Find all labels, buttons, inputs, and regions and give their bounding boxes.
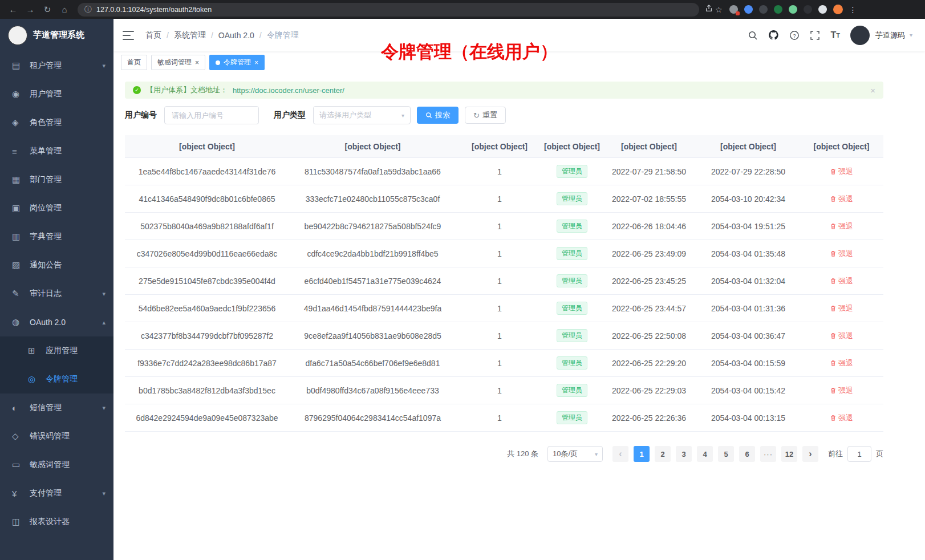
- page-number-button[interactable]: 2: [655, 446, 671, 462]
- force-logout-button[interactable]: 强退: [830, 413, 853, 423]
- page-number-button[interactable]: 3: [676, 446, 692, 462]
- user-menu-caret-icon[interactable]: ▾: [910, 32, 912, 38]
- page-number-button[interactable]: 6: [739, 446, 755, 462]
- page-number-button[interactable]: 12: [781, 446, 797, 462]
- tab-home[interactable]: 首页: [121, 55, 147, 70]
- force-logout-button[interactable]: 强退: [830, 167, 853, 177]
- sidebar-item-tenant[interactable]: ▤ 租户管理 ▾: [0, 51, 113, 80]
- table-row: 54d6be82ee5a460a9aedc1f9bf223656 49d1aa4…: [125, 295, 883, 322]
- browser-profile-avatar[interactable]: [833, 5, 843, 14]
- bookmark-star-icon[interactable]: ☆: [715, 5, 723, 14]
- sidebar-item-post[interactable]: ▣ 岗位管理: [0, 194, 113, 222]
- sidebar-item-error-code[interactable]: ◇ 错误码管理: [0, 422, 113, 451]
- browser-reload-button[interactable]: ↻: [40, 3, 55, 17]
- sidebar-item-dict[interactable]: ▥ 字典管理: [0, 222, 113, 251]
- search-icon[interactable]: [748, 30, 758, 40]
- sidebar-logo-row[interactable]: 芋道管理系统: [0, 19, 113, 51]
- sidebar-item-report-designer[interactable]: ◫ 报表设计器: [0, 508, 113, 536]
- force-logout-button[interactable]: 强退: [830, 221, 853, 232]
- sidebar-item-menu[interactable]: ≡ 菜单管理: [0, 137, 113, 165]
- extension-icon-6[interactable]: [804, 5, 812, 14]
- user-avatar[interactable]: [850, 26, 870, 45]
- sidebar-item-sensitive-word[interactable]: ▭ 敏感词管理: [0, 451, 113, 479]
- sidebar-item-sms[interactable]: ◐ 短信管理 ▾: [0, 393, 113, 422]
- table-row: 41c41346a548490f9dc8b01c6bfe0865 333ecfc…: [125, 185, 883, 213]
- access-token-cell: 502375b8040a469a9b82188afdf6af1f: [125, 222, 289, 231]
- user-type-cell: 管理员: [543, 274, 601, 287]
- breadcrumb-label: 系统管理: [174, 30, 206, 40]
- share-icon[interactable]: [705, 5, 713, 14]
- force-logout-button[interactable]: 强退: [830, 249, 853, 259]
- create-time-cell: 2022-06-25 23:49:09: [601, 249, 697, 258]
- page-size-select[interactable]: 10条/页 ▾: [547, 446, 603, 462]
- sidebar-item-notice[interactable]: ▨ 通知公告: [0, 251, 113, 279]
- sidebar-item-audit-log[interactable]: ✎ 审计日志 ▾: [0, 279, 113, 308]
- extension-icon-5[interactable]: [789, 5, 797, 14]
- sidebar-item-dept[interactable]: ▦ 部门管理: [0, 165, 113, 194]
- breadcrumb-system[interactable]: / 系统管理: [167, 30, 206, 40]
- browser-back-button[interactable]: ←: [6, 3, 21, 17]
- sidebar-item-payment[interactable]: ¥ 支付管理 ▾: [0, 479, 113, 508]
- action-cell: 强退: [800, 167, 883, 177]
- help-icon[interactable]: ?: [789, 30, 800, 40]
- breadcrumb-home[interactable]: 首页: [145, 30, 161, 40]
- tab-token[interactable]: 令牌管理 ×: [209, 55, 265, 70]
- browser-forward-button[interactable]: →: [23, 3, 38, 17]
- user-type-badge: 管理员: [557, 247, 587, 259]
- table-row: b0d1785bc3a8482f812db4a3f3bd15ec b0df498…: [125, 377, 883, 404]
- fullscreen-icon[interactable]: [810, 30, 820, 40]
- force-logout-button[interactable]: 强退: [830, 358, 853, 368]
- force-logout-button[interactable]: 强退: [830, 331, 853, 341]
- user-type-badge: 管理员: [557, 220, 587, 232]
- prev-page-button[interactable]: ‹: [612, 446, 628, 462]
- breadcrumb-token: / 令牌管理: [259, 30, 299, 40]
- alert-doc-link[interactable]: https://doc.iocoder.cn/user-center/: [233, 86, 344, 95]
- sidebar-item-token-mgmt[interactable]: ◎ 令牌管理: [0, 365, 113, 393]
- goto-page-input[interactable]: [847, 446, 871, 462]
- page-number-button[interactable]: 4: [697, 446, 713, 462]
- table-row: c347026e805e4d99b0d116eae66eda8c cdfc4ce…: [125, 240, 883, 267]
- tab-sensitive-word[interactable]: 敏感词管理 ×: [151, 55, 205, 70]
- extension-icon-3[interactable]: [759, 5, 768, 14]
- browser-home-button[interactable]: ⌂: [57, 3, 72, 17]
- sidebar-item-app-mgmt[interactable]: ⊞ 应用管理: [0, 336, 113, 365]
- search-button[interactable]: 搜索: [417, 107, 459, 124]
- collapse-sidebar-icon[interactable]: [123, 31, 134, 40]
- user-id-cell: 1: [456, 359, 543, 368]
- force-logout-button[interactable]: 强退: [830, 385, 853, 396]
- address-bar[interactable]: ⓘ 127.0.0.1:1024/system/oauth2/token: [78, 3, 699, 17]
- access-token-cell: c347026e805e4d99b0d116eae66eda8c: [125, 249, 289, 258]
- user-type-select[interactable]: 请选择用户类型 ▾: [313, 106, 411, 124]
- alert-close-icon[interactable]: ×: [870, 86, 875, 95]
- next-page-button[interactable]: ›: [802, 446, 818, 462]
- force-logout-button[interactable]: 强退: [830, 276, 853, 286]
- extension-icon-2[interactable]: [744, 5, 753, 14]
- sidebar-item-role[interactable]: ◈ 角色管理: [0, 108, 113, 137]
- user-id-cell: 1: [456, 222, 543, 231]
- user-type-badge: 管理员: [557, 411, 587, 424]
- refresh-token-cell: e6cfd40eb1f54571a31e775e039c4624: [289, 277, 456, 286]
- page-number-button[interactable]: 5: [718, 446, 734, 462]
- site-info-icon[interactable]: ⓘ: [84, 5, 92, 15]
- extension-icon-7[interactable]: [818, 5, 827, 14]
- github-icon[interactable]: [768, 30, 779, 40]
- breadcrumb-oauth[interactable]: / OAuth 2.0: [211, 31, 254, 40]
- force-logout-button[interactable]: 强退: [830, 303, 853, 314]
- user-id-input[interactable]: [164, 106, 259, 124]
- dict-icon: ▥: [12, 232, 26, 242]
- sidebar-item-user[interactable]: ◉ 用户管理: [0, 80, 113, 108]
- reset-button[interactable]: ↻ 重置: [465, 107, 506, 124]
- user-name[interactable]: 芋道源码: [875, 30, 905, 40]
- page-number-button[interactable]: 1: [634, 446, 650, 462]
- tab-close-icon[interactable]: ×: [195, 59, 199, 67]
- page-number-button[interactable]: ···: [760, 446, 776, 462]
- sidebar-item-oauth2[interactable]: ◍ OAuth 2.0 ▴: [0, 308, 113, 336]
- browser-menu-icon[interactable]: ⋮: [849, 5, 857, 14]
- tab-close-icon[interactable]: ×: [254, 59, 258, 67]
- extension-icon-4[interactable]: [774, 5, 782, 14]
- menu-item-label: 菜单管理: [30, 146, 62, 156]
- force-logout-button[interactable]: 强退: [830, 194, 853, 204]
- font-size-icon[interactable]: TT: [830, 30, 840, 40]
- extension-icon-1[interactable]: [729, 5, 738, 14]
- user-id-cell: 1: [456, 194, 543, 204]
